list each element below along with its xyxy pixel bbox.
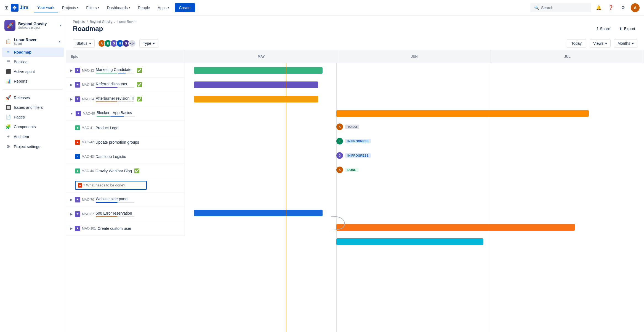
- sidebar-item-issues[interactable]: 🔲 Issues and filters: [2, 102, 64, 112]
- gantt-container: Epic MAY JUN JUL ▶: [66, 50, 644, 332]
- expand-icon[interactable]: ▶: [70, 82, 73, 87]
- chevron-down-icon: ▾: [60, 23, 62, 27]
- notifications-button[interactable]: 🔔: [594, 3, 603, 12]
- breadcrumb-lunar-rover[interactable]: Lunar Rover: [117, 20, 135, 24]
- expand-icon[interactable]: ▶: [70, 68, 73, 73]
- breadcrumb-beyond-gravity[interactable]: Beyond Gravity: [90, 20, 112, 24]
- epic-icon: ★: [75, 68, 80, 73]
- views-button[interactable]: Views ▾: [590, 39, 611, 48]
- create-button[interactable]: Create: [175, 3, 195, 12]
- sub-icon: ■: [75, 168, 80, 173]
- status-mac41: A TO DO: [336, 123, 359, 130]
- expand-icon[interactable]: ▶: [70, 226, 73, 231]
- roadmap-icon: ≡: [6, 50, 11, 55]
- status-filter[interactable]: Status ▾: [73, 39, 95, 48]
- status-badge-mac41: TO DO: [345, 125, 359, 129]
- releases-icon: 🚀: [6, 95, 11, 100]
- status-badge-mac43: IN PROGRESS: [345, 153, 371, 158]
- releases-label: Releases: [14, 96, 30, 100]
- sidebar-project[interactable]: 🚀 Beyond Gravity Software project ▾: [0, 15, 66, 34]
- sidebar-item-add[interactable]: ＋ Add item: [2, 131, 64, 142]
- nav-dashboards[interactable]: Dashboards ▾: [103, 3, 134, 12]
- sidebar-item-roadmap[interactable]: ≡ Roadmap: [2, 48, 64, 57]
- sidebar-section-bottom: 🚀 Releases 🔲 Issues and filters 📄 Pages …: [0, 92, 66, 152]
- sidebar: 🚀 Beyond Gravity Software project ▾ 📋 Lu…: [0, 15, 66, 332]
- add-label: Add item: [14, 135, 29, 139]
- expand-icon[interactable]: ▶: [70, 197, 73, 202]
- nav-people[interactable]: People: [135, 3, 153, 12]
- sidebar-item-components[interactable]: 🧩 Components: [2, 122, 64, 131]
- sidebar-section-main: 📋 Lunar Rover Board ▾ ≡ Roadmap ☰ Backlo…: [0, 34, 66, 87]
- settings-icon: ⚙: [6, 144, 11, 149]
- table-row: ▶ ★ MAC-101 Create custom user: [66, 221, 185, 236]
- gantt-header-months: MAY JUN JUL: [185, 50, 644, 63]
- bar-mac12[interactable]: [194, 67, 323, 74]
- input-icon: ■: [78, 183, 82, 188]
- avatar-mac42: E: [336, 138, 343, 144]
- bar-mac101[interactable]: [336, 238, 483, 245]
- reports-icon: 📊: [6, 78, 11, 84]
- help-button[interactable]: ❓: [606, 3, 615, 12]
- sidebar-item-pages[interactable]: 📄 Pages: [2, 112, 64, 122]
- type-filter[interactable]: Type ▾: [139, 39, 158, 48]
- breadcrumb-projects[interactable]: Projects: [73, 20, 85, 24]
- table-row: ✓ MAC-43 Dashloop Logistic: [66, 149, 185, 164]
- table-row: ▼ ★ MAC-40 Blocker - App Basics: [66, 106, 185, 121]
- search-box[interactable]: 🔍 Search: [530, 3, 591, 12]
- pages-icon: 📄: [6, 114, 11, 120]
- done-icon: ✅: [137, 96, 142, 102]
- status-mac43: G IN PROGRESS: [336, 152, 371, 159]
- status-label: Status: [76, 41, 87, 46]
- today-button[interactable]: Today: [567, 39, 586, 48]
- row-left-mac44: ■ MAC-44 Gravity Webinar Blog ✅: [66, 164, 185, 178]
- gantt-month-may: MAY: [185, 50, 338, 63]
- bar-mac19[interactable]: [194, 81, 318, 88]
- content-area: Projects / Beyond Gravity / Lunar Rover …: [66, 15, 644, 332]
- gantt-month-jul: JUL: [491, 50, 644, 63]
- expand-icon[interactable]: ▶: [70, 97, 73, 102]
- chevron-down-icon: ▾: [98, 6, 99, 9]
- nav-apps[interactable]: Apps ▾: [155, 3, 172, 12]
- export-button[interactable]: ⬆ Export: [617, 25, 637, 32]
- avatar-count[interactable]: +14: [128, 39, 136, 47]
- status-mac44: A DONE: [336, 167, 358, 173]
- sidebar-item-reports[interactable]: 📊 Reports: [2, 76, 64, 86]
- bar-mac24[interactable]: [194, 96, 318, 102]
- sidebar-divider: [3, 89, 63, 89]
- nav-projects[interactable]: Projects ▾: [59, 3, 82, 12]
- collapse-icon[interactable]: ▼: [70, 111, 74, 116]
- months-button[interactable]: Months ▾: [614, 39, 637, 48]
- avatar-mac44: A: [336, 167, 343, 173]
- chevron-down-icon: ▾: [168, 6, 169, 9]
- sidebar-item-releases[interactable]: 🚀 Releases: [2, 93, 64, 102]
- bar-mac87[interactable]: [336, 224, 575, 231]
- settings-button[interactable]: ⚙: [619, 3, 627, 12]
- sidebar-item-lunar-rover[interactable]: 📋 Lunar Rover Board ▾: [2, 35, 64, 48]
- status-mac42: E IN PROGRESS: [336, 138, 371, 144]
- expand-icon[interactable]: ▶: [70, 212, 73, 217]
- row-left-mac70: ▶ ★ MAC-70 Website side panel: [66, 193, 185, 207]
- logo[interactable]: Jira: [11, 4, 28, 12]
- grid-icon[interactable]: ⊞: [4, 5, 9, 11]
- sidebar-item-active-sprint[interactable]: ⬛ Active sprint: [2, 67, 64, 76]
- logo-icon: [11, 4, 18, 12]
- new-item-input[interactable]: [86, 183, 144, 187]
- gantt-header: Epic MAY JUN JUL: [66, 50, 644, 63]
- share-button[interactable]: ⤴ Share: [594, 25, 612, 32]
- user-avatar[interactable]: A: [631, 3, 640, 12]
- sidebar-item-backlog[interactable]: ☰ Backlog: [2, 57, 64, 67]
- nav-filters[interactable]: Filters ▾: [83, 3, 102, 12]
- bar-mac70[interactable]: [194, 210, 323, 216]
- bar-mac40[interactable]: [336, 110, 589, 117]
- nav-your-work[interactable]: Your work: [34, 3, 58, 12]
- chevron-down-icon[interactable]: ▾: [83, 183, 85, 187]
- table-row: ▶ ★ MAC-12 Marketing Candidate: [66, 63, 185, 78]
- table-row: ■ MAC-41 Product Logo: [66, 121, 185, 135]
- pages-label: Pages: [14, 115, 25, 119]
- row-left-mac42: ■ MAC-42 Update promotion groups: [66, 135, 185, 149]
- share-icon: ⤴: [596, 27, 598, 31]
- project-name: Beyond Gravity: [18, 22, 47, 26]
- sidebar-item-settings[interactable]: ⚙ Project settings: [2, 142, 64, 151]
- breadcrumb-sep: /: [87, 20, 89, 24]
- type-label: Type: [143, 41, 151, 46]
